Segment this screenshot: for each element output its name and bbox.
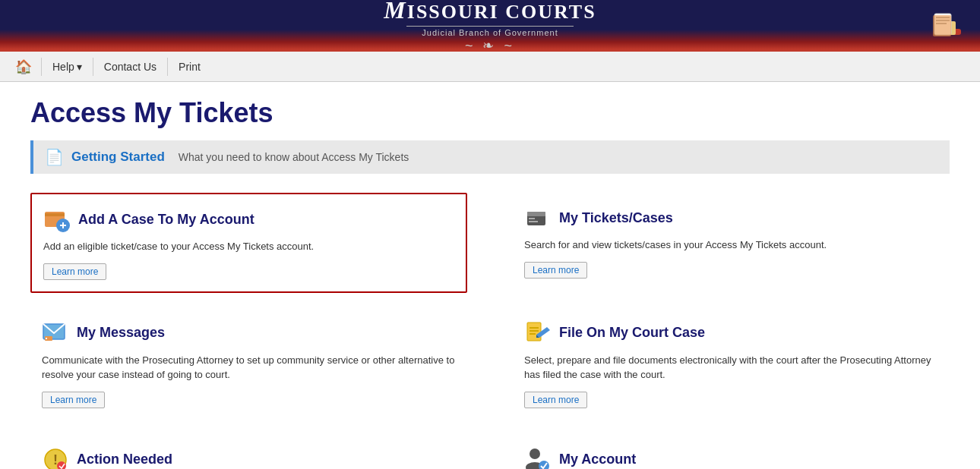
logo-divider: [406, 26, 574, 27]
svg-rect-23: [530, 330, 539, 332]
getting-started-title: Getting Started: [71, 150, 165, 165]
my-tickets-learn-more-button[interactable]: Learn more: [524, 262, 587, 279]
card-action-needed-header: ! Action Needed: [42, 446, 456, 470]
card-my-tickets: My Tickets/Cases Search for and view tic…: [513, 193, 950, 293]
svg-rect-6: [933, 15, 951, 36]
card-file-court-header: File On My Court Case: [524, 319, 938, 347]
card-add-case-header: Add A Case To My Account: [43, 206, 454, 233]
svg-rect-11: [62, 222, 64, 228]
card-my-messages: My Messages Communicate with the Prosecu…: [30, 308, 467, 420]
navigation-bar: 🏠 Help ▾ Contact Us Print: [0, 52, 980, 82]
getting-started-bar: 📄 Getting Started What you need to know …: [30, 140, 950, 174]
card-action-needed: ! Action Needed Alerts you to work that …: [30, 435, 467, 470]
svg-rect-14: [529, 218, 535, 219]
print-button[interactable]: Print: [169, 56, 210, 77]
card-file-court-title: File On My Court Case: [559, 325, 705, 341]
svg-rect-19: [46, 338, 47, 339]
card-file-court: File On My Court Case Select, prepare an…: [513, 308, 950, 420]
cards-grid: Add A Case To My Account Add an eligible…: [30, 193, 950, 469]
svg-rect-22: [530, 327, 539, 329]
page-title: Access My Tickets: [30, 97, 950, 129]
svg-rect-24: [530, 333, 536, 335]
page-header: MISSOURI COURTS Judicial Branch of Gover…: [0, 0, 980, 52]
card-my-messages-desc: Communicate with the Prosecuting Attorne…: [42, 353, 456, 382]
action-needed-icon: !: [42, 446, 69, 470]
header-document-icon: [919, 6, 965, 48]
card-my-tickets-title: My Tickets/Cases: [559, 210, 673, 226]
file-court-learn-more-button[interactable]: Learn more: [524, 392, 587, 408]
svg-point-28: [530, 449, 540, 459]
getting-started-desc: What you need to know about Access My Ti…: [179, 151, 409, 163]
svg-rect-8: [45, 213, 65, 216]
card-file-court-desc: Select, prepare and file documents elect…: [524, 353, 938, 382]
site-title: MISSOURI COURTS: [384, 0, 596, 24]
help-label: Help: [52, 61, 74, 73]
card-my-account: My Account Update your Access My Tickets…: [513, 435, 950, 470]
site-logo: MISSOURI COURTS Judicial Branch of Gover…: [384, 0, 596, 54]
home-button[interactable]: 🏠: [8, 54, 40, 80]
card-my-tickets-desc: Search for and view tickets/cases in you…: [524, 238, 938, 253]
site-subtitle: Judicial Branch of Government: [384, 28, 596, 37]
file-court-icon: [524, 319, 552, 347]
my-messages-icon: [42, 319, 69, 347]
card-action-needed-title: Action Needed: [77, 452, 172, 467]
card-add-case-title: Add A Case To My Account: [78, 212, 254, 228]
card-add-case: Add A Case To My Account Add an eligible…: [30, 193, 467, 293]
card-add-case-desc: Add an eligible ticket/case to your Acce…: [43, 239, 454, 254]
svg-rect-13: [527, 212, 545, 216]
logo-ornament: ~ ❧ ~: [384, 37, 596, 54]
home-icon: 🏠: [15, 58, 32, 75]
nav-divider-1: [41, 58, 42, 76]
nav-divider-3: [167, 58, 168, 76]
card-my-messages-title: My Messages: [77, 325, 165, 341]
add-case-icon: [43, 206, 71, 233]
card-my-tickets-header: My Tickets/Cases: [524, 204, 938, 231]
svg-rect-15: [529, 221, 538, 222]
my-tickets-icon: [524, 204, 552, 231]
card-my-account-title: My Account: [559, 452, 636, 467]
main-content: Access My Tickets 📄 Getting Started What…: [0, 82, 980, 469]
card-my-account-header: My Account: [524, 446, 938, 470]
my-messages-learn-more-button[interactable]: Learn more: [42, 392, 105, 408]
chevron-down-icon: ▾: [77, 61, 82, 73]
my-account-icon: [524, 446, 552, 470]
card-my-messages-header: My Messages: [42, 319, 456, 347]
contact-us-button[interactable]: Contact Us: [95, 56, 166, 77]
add-case-learn-more-button[interactable]: Learn more: [43, 263, 106, 280]
document-icon: 📄: [45, 148, 64, 166]
nav-divider-2: [93, 58, 93, 76]
help-menu-button[interactable]: Help ▾: [43, 56, 91, 77]
